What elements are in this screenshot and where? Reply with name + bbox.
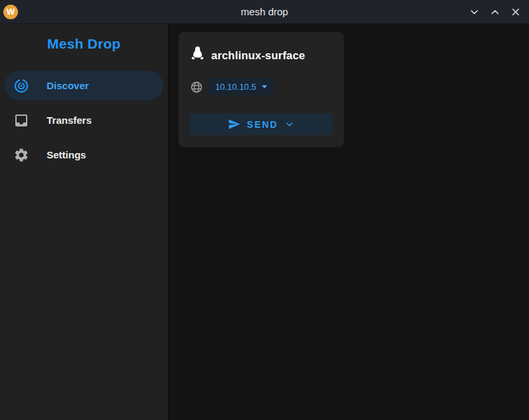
device-address-row: 10.10.10.5 xyxy=(190,79,332,95)
sidebar-item-label: Settings xyxy=(47,149,86,160)
sidebar-item-settings[interactable]: Settings xyxy=(5,140,163,170)
window-controls xyxy=(466,4,524,20)
close-icon xyxy=(511,7,520,17)
chevron-up-icon xyxy=(490,7,500,17)
close-button[interactable] xyxy=(508,4,524,20)
sidebar-item-label: Transfers xyxy=(47,114,92,126)
chevron-down-icon xyxy=(470,7,479,17)
send-button[interactable]: SEND xyxy=(190,113,332,135)
gear-icon xyxy=(13,147,29,163)
linux-penguin-icon xyxy=(190,45,205,65)
radar-spiral-icon xyxy=(13,78,29,94)
device-name: archlinux-surface xyxy=(211,49,305,62)
sidebar-nav: Discover Transfers xyxy=(0,71,168,170)
send-icon xyxy=(228,118,241,130)
titlebar: W mesh drop xyxy=(0,0,529,24)
address-dropdown[interactable]: 10.10.10.5 xyxy=(209,79,274,95)
app-logo-letter: W xyxy=(7,7,15,16)
caret-down-icon xyxy=(262,85,267,89)
device-header: archlinux-surface xyxy=(190,45,332,65)
discover-panel: archlinux-surface 10.10.10.5 xyxy=(169,24,529,420)
sidebar: Mesh Drop Discover xyxy=(0,24,169,420)
globe-icon xyxy=(190,81,203,94)
sidebar-item-transfers[interactable]: Transfers xyxy=(5,105,163,135)
app-logo-icon: W xyxy=(3,5,18,19)
address-value: 10.10.10.5 xyxy=(215,82,256,92)
inbox-icon xyxy=(13,112,29,128)
chevron-down-icon xyxy=(284,119,294,129)
maximize-button[interactable] xyxy=(487,4,503,20)
send-label: SEND xyxy=(247,119,278,130)
device-card: archlinux-surface 10.10.10.5 xyxy=(179,32,344,147)
window-title: mesh drop xyxy=(0,6,529,17)
app-title: Mesh Drop xyxy=(0,36,168,52)
window-body: Mesh Drop Discover xyxy=(0,24,529,420)
minimize-button[interactable] xyxy=(466,4,482,20)
sidebar-item-discover[interactable]: Discover xyxy=(5,71,163,101)
app-window: W mesh drop Mesh Drop xyxy=(0,0,529,420)
sidebar-item-label: Discover xyxy=(47,80,89,91)
